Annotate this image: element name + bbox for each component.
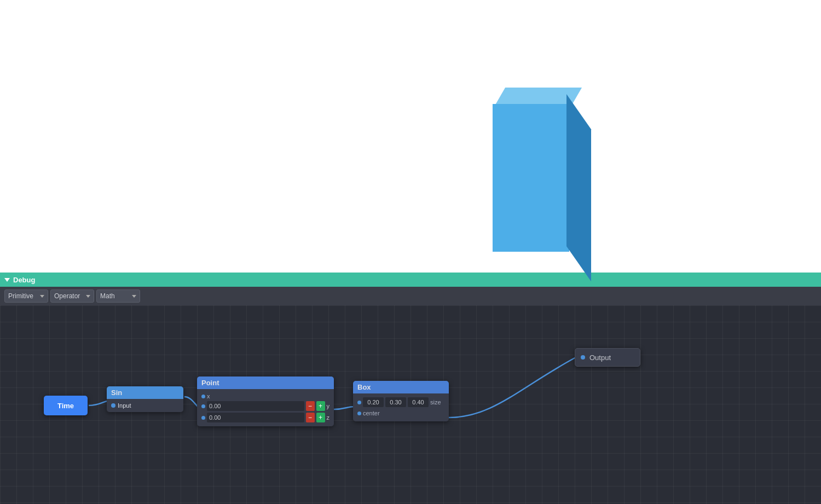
- point-z-port: [201, 416, 205, 420]
- primitive-dropdown-arrow: [40, 295, 44, 298]
- connection-box-output: [449, 357, 576, 418]
- sin-input-port: [111, 403, 115, 408]
- debug-label: Debug: [13, 276, 35, 284]
- box-node-body: size center: [353, 393, 449, 421]
- box-center-label: center: [363, 409, 380, 418]
- point-y-port-label: y: [327, 403, 330, 409]
- box-size-z-input[interactable]: [408, 397, 429, 407]
- debug-bar: Debug: [0, 273, 821, 287]
- point-z-row: − + z: [201, 413, 329, 422]
- math-dropdown-arrow: [132, 295, 136, 298]
- output-label: Output: [589, 354, 611, 362]
- sin-input-row: Input: [111, 402, 179, 409]
- toolbar: Primitive Operator Math: [0, 287, 821, 305]
- primitive-label: Primitive: [8, 292, 38, 300]
- node-time[interactable]: Time: [44, 396, 88, 415]
- node-box[interactable]: Box size center: [353, 381, 449, 421]
- box-center-row: center: [357, 409, 444, 418]
- debug-triangle-icon: [4, 278, 10, 282]
- point-y-row: − + y: [201, 401, 329, 411]
- box-size-row: size: [357, 397, 444, 407]
- operator-label: Operator: [54, 292, 84, 300]
- point-node-body: x − + y − + z: [197, 389, 334, 426]
- math-dropdown[interactable]: Math: [96, 289, 140, 303]
- operator-dropdown[interactable]: Operator: [50, 289, 94, 303]
- sin-node-header: Sin: [107, 386, 183, 399]
- box-side-face: [566, 94, 591, 281]
- box-front-face: [493, 104, 569, 252]
- box-size-y-input[interactable]: [385, 397, 406, 407]
- point-z-plus-btn[interactable]: +: [316, 413, 325, 422]
- box-size-port: [357, 401, 361, 404]
- box-size-x-input[interactable]: [363, 397, 384, 407]
- connection-point-box: [334, 407, 354, 409]
- point-z-port-label: z: [327, 414, 330, 421]
- sin-input-label: Input: [118, 402, 131, 409]
- point-x-row: x: [201, 393, 329, 399]
- node-output[interactable]: Output: [575, 348, 640, 367]
- point-y-plus-btn[interactable]: +: [316, 401, 325, 411]
- point-y-input[interactable]: [207, 401, 304, 411]
- point-x-label: x: [207, 393, 212, 399]
- math-label: Math: [100, 292, 130, 300]
- sin-node-body: Input: [107, 399, 183, 412]
- point-node-header: Point: [197, 376, 334, 389]
- 3d-box: [482, 88, 580, 252]
- point-z-minus-btn[interactable]: −: [306, 413, 315, 422]
- box-node-header: Box: [353, 381, 449, 393]
- box-center-port: [357, 412, 361, 415]
- viewport-3d[interactable]: [0, 0, 821, 273]
- time-node-label: Time: [57, 402, 74, 410]
- node-point[interactable]: Point x − + y − + z: [197, 376, 334, 426]
- node-sin[interactable]: Sin Input: [107, 386, 183, 412]
- node-editor[interactable]: Time Sin Input Point x −: [0, 305, 821, 504]
- point-y-minus-btn[interactable]: −: [306, 401, 315, 411]
- box-size-label: size: [430, 399, 441, 405]
- primitive-dropdown[interactable]: Primitive: [4, 289, 48, 303]
- point-z-input[interactable]: [207, 413, 304, 422]
- operator-dropdown-arrow: [86, 295, 90, 298]
- output-port: [581, 355, 585, 360]
- point-x-port: [201, 395, 205, 398]
- point-y-port: [201, 404, 205, 408]
